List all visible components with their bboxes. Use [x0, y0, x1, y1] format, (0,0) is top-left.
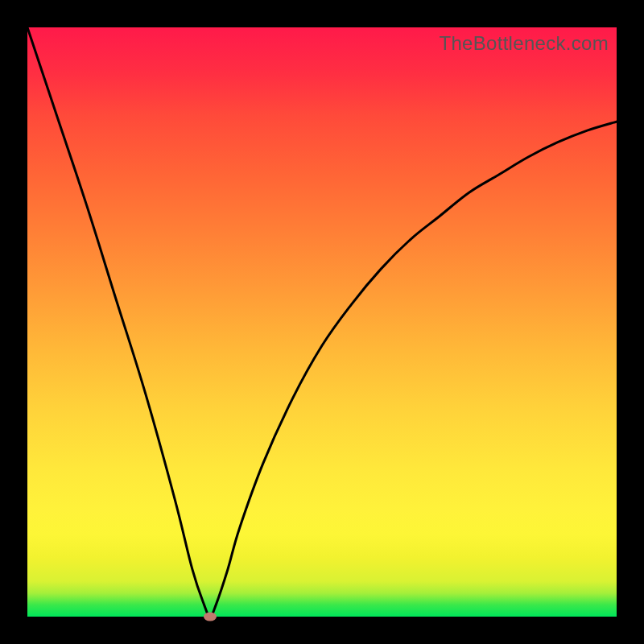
bottleneck-curve: [27, 27, 617, 617]
curve-svg: [27, 27, 617, 617]
watermark-text: TheBottleneck.com: [439, 32, 609, 55]
chart-frame: TheBottleneck.com: [0, 0, 644, 644]
min-point-marker: [204, 613, 217, 621]
plot-area: TheBottleneck.com: [27, 27, 617, 617]
